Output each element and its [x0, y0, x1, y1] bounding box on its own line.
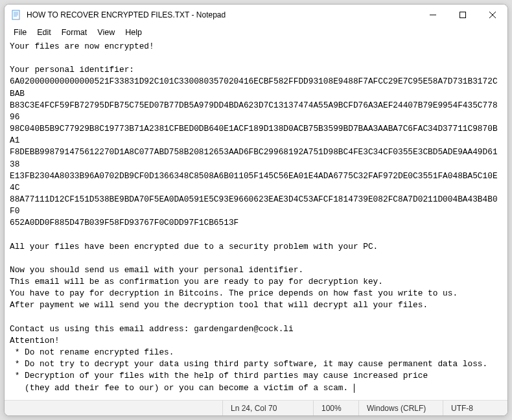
text-line: B83C3E4FCF59FB72795DFB75C75ED07B77DB5A97… [10, 100, 498, 122]
menu-edit[interactable]: Edit [32, 27, 56, 38]
text-line: 88A77111D12CF151D538BE9BDA70F5EA0DA0591E… [10, 194, 498, 216]
text-line: Attention! [10, 336, 60, 345]
menu-format[interactable]: Format [56, 27, 93, 38]
text-area[interactable]: Your files are now encrypted! Your perso… [5, 40, 507, 400]
window-title: HOW TO RECOVER ENCRYPTED FILES.TXT - Not… [27, 10, 418, 19]
text-line: Your personal identifier: [10, 65, 134, 75]
status-zoom: 100% [313, 401, 358, 415]
notepad-window: HOW TO RECOVER ENCRYPTED FILES.TXT - Not… [4, 4, 508, 416]
text-line: 98C040B5B9C77929B8C19773B71A2381CFBED0DB… [10, 124, 498, 145]
menu-view[interactable]: View [92, 27, 120, 38]
text-line: After payment we will send you the decry… [10, 300, 428, 310]
text-line: 6A020000000000000521F33831D92C101C330080… [10, 76, 498, 98]
text-line: You have to pay for decryption in Bitcoi… [10, 288, 458, 298]
status-encoding: UTF-8 [443, 401, 507, 415]
minimize-button[interactable] [418, 5, 448, 25]
menu-help[interactable]: Help [120, 27, 147, 38]
notepad-icon [11, 10, 21, 20]
maximize-button[interactable] [448, 5, 478, 25]
text-line: * Do not try to decrypt your data using … [10, 359, 487, 369]
text-line: * Decryption of your files with the help… [10, 371, 428, 380]
text-line: All your files have been encrypted due t… [10, 242, 378, 251]
svg-rect-6 [460, 12, 466, 18]
window-controls [418, 5, 507, 25]
text-line: F8DEBB998791475612270D1A8C077ABD758B2081… [10, 147, 498, 169]
close-button[interactable] [478, 5, 507, 25]
text-line: Your files are now encrypted! [10, 41, 154, 51]
text-caret [354, 384, 355, 393]
status-position: Ln 24, Col 70 [222, 401, 313, 415]
text-line: Now you should send us email with your p… [10, 265, 303, 275]
statusbar: Ln 24, Col 70 100% Windows (CRLF) UTF-8 [5, 400, 507, 415]
text-line: This email will be as confirmation you a… [10, 277, 383, 286]
status-line-ending: Windows (CRLF) [358, 401, 443, 415]
menubar: File Edit Format View Help [5, 25, 507, 40]
menu-file[interactable]: File [8, 27, 32, 38]
text-line: (they add their fee to our) or you can b… [10, 383, 353, 393]
text-line: * Do not rename encrypted files. [10, 347, 174, 357]
text-line: E13FB2304A8033B96A0702DB9CF0D1366348C850… [10, 171, 498, 192]
text-line: 652A0DD0F885D47B039F58FD93767F0C0DD97F1C… [10, 218, 239, 228]
titlebar: HOW TO RECOVER ENCRYPTED FILES.TXT - Not… [5, 5, 507, 25]
text-line: Contact us using this email address: gar… [10, 324, 294, 334]
